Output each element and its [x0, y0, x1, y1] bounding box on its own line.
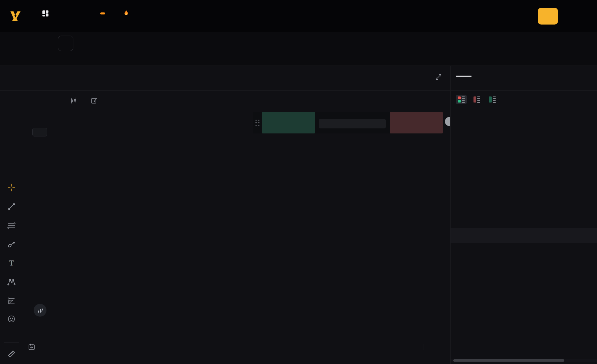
quantity-section — [315, 112, 390, 133]
view-bids-icon[interactable] — [487, 95, 498, 104]
view-both-icon[interactable] — [456, 95, 467, 104]
trend-line-icon[interactable] — [7, 202, 16, 211]
apps-grid-button[interactable] — [42, 10, 49, 22]
text-tool-icon[interactable]: T — [7, 258, 16, 268]
xt-logo-icon — [9, 9, 22, 23]
order-book-panel — [450, 66, 597, 364]
brush-icon[interactable] — [7, 240, 16, 249]
top-nav — [0, 0, 597, 32]
timeframe-4h[interactable] — [55, 97, 55, 104]
nav-item-vadeli-i-lem-tablosu[interactable] — [90, 9, 113, 23]
chart-style-icon[interactable] — [69, 97, 77, 105]
horizontal-scrollbar — [451, 359, 597, 362]
ruler-icon[interactable] — [7, 349, 16, 359]
indicator-collapse-chip[interactable] — [32, 128, 47, 136]
nav-item-usdt-m[interactable] — [59, 9, 74, 23]
nav-right — [538, 0, 586, 32]
indicator-edit-icon[interactable] — [90, 97, 98, 105]
chart-legend — [32, 115, 49, 122]
drawing-toolbar: T — [0, 111, 23, 364]
book-view-switcher — [456, 95, 498, 104]
app-root: T — [0, 0, 597, 364]
drag-dots-icon — [255, 120, 259, 126]
nav-item-fonlar[interactable] — [570, 9, 586, 24]
sell-short-button[interactable] — [390, 112, 443, 133]
go-to-date-icon[interactable] — [28, 343, 36, 352]
brand-logo[interactable] — [9, 9, 26, 23]
footer-divider — [423, 344, 423, 350]
chart-footer — [23, 339, 450, 356]
new-badge — [100, 12, 105, 14]
view-asks-icon[interactable] — [471, 95, 482, 104]
chart-toolbar — [0, 91, 450, 111]
tradingview-watermark — [34, 304, 46, 317]
deposit-button[interactable] — [538, 8, 558, 25]
apps-grid-icon — [42, 10, 49, 17]
buy-long-button[interactable] — [262, 112, 315, 133]
nav-item-bilgi[interactable] — [137, 9, 152, 23]
favorite-button[interactable] — [58, 36, 73, 51]
price-chart[interactable] — [23, 111, 450, 339]
forecast-tool-icon[interactable] — [7, 296, 16, 306]
crosshair-icon[interactable] — [7, 183, 16, 192]
scrollbar-thumb[interactable] — [453, 359, 564, 362]
pattern-tool-icon[interactable] — [7, 277, 16, 287]
chart-tabs-row — [0, 66, 450, 91]
flame-icon — [124, 10, 129, 17]
chart-panel: T — [0, 66, 450, 364]
drag-handle[interactable] — [253, 112, 262, 133]
ticker-bar — [0, 32, 597, 66]
nav-item-kopya-sipari-i[interactable] — [113, 9, 137, 23]
chart-footer-controls — [415, 339, 448, 356]
quick-trade-overlay — [253, 112, 443, 133]
expand-icon[interactable] — [435, 73, 442, 82]
divider — [451, 90, 597, 91]
chart-links — [431, 91, 442, 111]
svg-text:T: T — [9, 259, 14, 267]
fib-lines-icon[interactable] — [7, 221, 16, 230]
nav-menu — [59, 9, 152, 23]
quantity-input[interactable] — [319, 119, 386, 128]
emoji-tool-icon[interactable] — [7, 314, 16, 324]
mid-price-row — [451, 228, 597, 243]
nav-item-coin-m[interactable] — [74, 9, 90, 23]
toolbar-divider — [4, 342, 19, 342]
